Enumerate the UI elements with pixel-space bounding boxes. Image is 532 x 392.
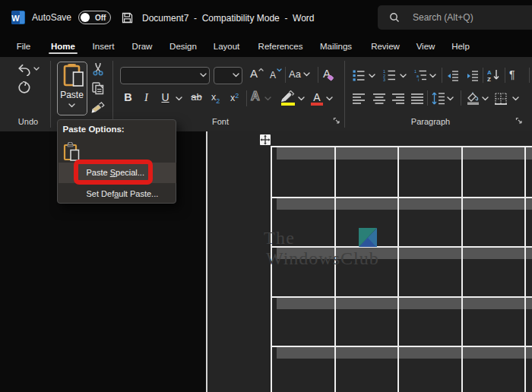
svg-text:i: i	[418, 77, 419, 81]
svg-text:3: 3	[383, 77, 385, 81]
svg-text:Z: Z	[487, 76, 491, 82]
svg-text:A: A	[487, 69, 492, 76]
svg-text:W: W	[11, 14, 20, 23]
